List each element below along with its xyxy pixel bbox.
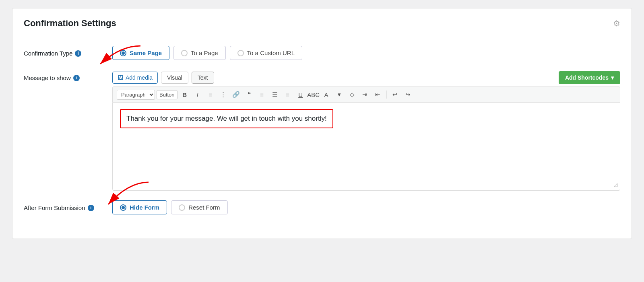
unordered-list-icon[interactable]: ≡ <box>205 89 216 100</box>
bold-icon[interactable]: B <box>179 89 190 100</box>
same-page-label: Same Page <box>130 49 162 56</box>
blockquote-icon[interactable]: ❝ <box>244 89 255 100</box>
shortcodes-chevron-icon: ▾ <box>611 74 614 81</box>
editor-toolbar: Paragraph Button B I ≡ ⋮ 🔗 ❝ ≡ ☰ ≡ U ABC… <box>112 86 620 102</box>
add-media-button[interactable]: 🖼 Add media <box>112 72 158 84</box>
add-media-icon: 🖼 <box>118 74 123 81</box>
to-custom-url-label: To a Custom URL <box>247 49 295 56</box>
link-icon[interactable]: 🔗 <box>231 89 242 100</box>
editor-message-text: Thank you for your message. We will get … <box>126 115 327 122</box>
after-submission-hide-form[interactable]: Hide Form <box>112 200 167 214</box>
radio-circle-to-page <box>181 50 188 56</box>
redo-icon[interactable]: ↪ <box>402 89 414 100</box>
editor-resize-handle[interactable]: ⊿ <box>613 181 618 189</box>
button-toolbar-btn[interactable]: Button <box>157 90 178 99</box>
radio-circle-reset-form <box>179 204 185 211</box>
confirmation-type-row: Confirmation Type i Same Page To a Page … <box>24 46 620 60</box>
add-media-label: Add media <box>126 74 153 81</box>
confirmation-type-to-page[interactable]: To a Page <box>173 46 226 60</box>
radio-circle-hide-form <box>120 204 126 211</box>
confirmation-type-same-page[interactable]: Same Page <box>112 46 169 60</box>
strikethrough-icon[interactable]: ABC <box>308 89 319 100</box>
radio-circle-same-page <box>120 50 126 56</box>
hide-form-label: Hide Form <box>130 204 159 211</box>
confirmation-type-options: Same Page To a Page To a Custom URL <box>112 46 620 60</box>
to-page-label: To a Page <box>191 49 218 56</box>
paragraph-select[interactable]: Paragraph <box>117 90 155 100</box>
text-color-icon[interactable]: A <box>321 89 332 100</box>
message-content-area: 🖼 Add media Visual Text Add Shortcodes ▾ <box>112 71 620 191</box>
editor-area[interactable]: Thank you for your message. We will get … <box>112 102 620 191</box>
add-shortcodes-label: Add Shortcodes <box>565 74 609 81</box>
underline-icon[interactable]: U <box>295 89 306 100</box>
align-center-icon[interactable]: ☰ <box>269 89 281 100</box>
after-submission-reset-form[interactable]: Reset Form <box>171 200 227 214</box>
editor-content: Thank you for your message. We will get … <box>113 103 620 183</box>
confirmation-settings-panel: Confirmation Settings ⚙ Confirmation Typ… <box>12 8 632 239</box>
clear-format-icon[interactable]: ◇ <box>347 89 358 100</box>
reset-form-label: Reset Form <box>188 204 220 211</box>
radio-circle-to-custom-url <box>237 50 244 56</box>
editor-text-box: Thank you for your message. We will get … <box>120 109 333 128</box>
italic-icon[interactable]: I <box>192 89 203 100</box>
panel-header: Confirmation Settings ⚙ <box>24 18 620 29</box>
gear-icon[interactable]: ⚙ <box>613 19 620 28</box>
outdent-icon[interactable]: ⇤ <box>372 89 384 100</box>
confirmation-type-to-custom-url[interactable]: To a Custom URL <box>230 46 302 60</box>
undo-icon[interactable]: ↩ <box>390 89 401 100</box>
after-form-submission-label: After Form Submission i <box>24 200 112 211</box>
color-dropdown-icon[interactable]: ▾ <box>334 89 345 100</box>
message-top-left: 🖼 Add media Visual Text <box>112 72 214 84</box>
message-to-show-label: Message to show i <box>24 71 112 81</box>
after-form-info-icon[interactable]: i <box>88 205 94 211</box>
panel-title: Confirmation Settings <box>24 18 116 29</box>
toolbar-divider <box>386 91 387 99</box>
tab-text-button[interactable]: Text <box>192 72 214 84</box>
align-right-icon[interactable]: ≡ <box>282 89 293 100</box>
confirmation-type-label: Confirmation Type i <box>24 46 112 57</box>
after-form-submission-options: Hide Form Reset Form <box>112 200 620 214</box>
indent-icon[interactable]: ⇥ <box>359 89 371 100</box>
confirmation-type-info-icon[interactable]: i <box>75 50 81 57</box>
after-form-submission-row: After Form Submission i Hide Form Reset … <box>24 200 620 214</box>
divider <box>24 36 620 36</box>
add-shortcodes-button[interactable]: Add Shortcodes ▾ <box>559 71 620 84</box>
radio-dot-same-page <box>122 51 125 55</box>
ordered-list-icon[interactable]: ⋮ <box>218 89 229 100</box>
tab-visual-button[interactable]: Visual <box>161 72 188 84</box>
message-info-icon[interactable]: i <box>73 75 80 81</box>
message-top-bar: 🖼 Add media Visual Text Add Shortcodes ▾ <box>112 71 620 84</box>
message-to-show-row: Message to show i 🖼 Add media Visual Tex… <box>24 71 620 191</box>
radio-dot-hide-form <box>122 206 125 209</box>
align-left-icon[interactable]: ≡ <box>256 89 268 100</box>
